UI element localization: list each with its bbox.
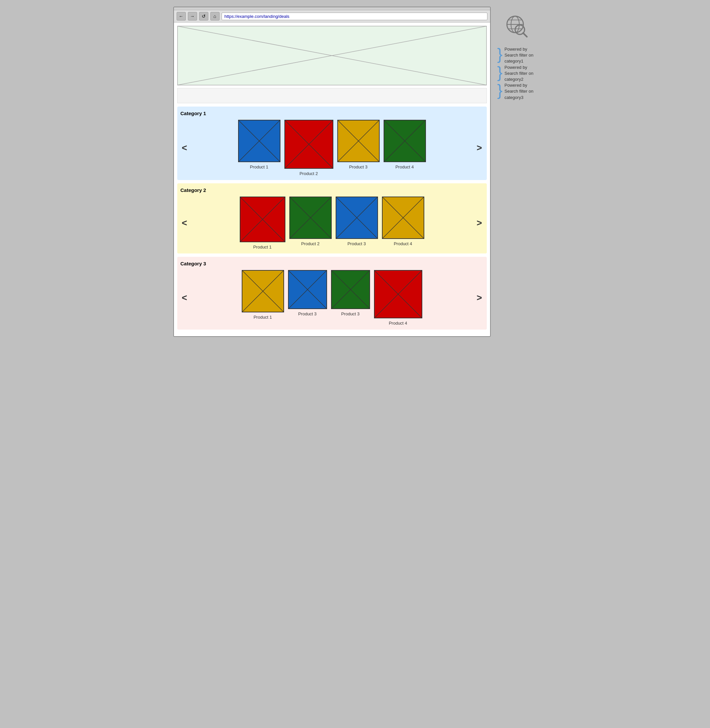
product-image-3-2 [288, 270, 327, 309]
refresh-button[interactable]: ↺ [199, 12, 208, 21]
annotation-block-3: }Powered by Search filter on category3 [497, 82, 537, 101]
category-section-1: Category 1<Product 1Product 2Product 3Pr… [177, 107, 487, 180]
home-button[interactable]: ⌂ [210, 12, 220, 21]
product-image-svg [374, 270, 422, 319]
product-item-3-3[interactable]: Product 3 [331, 270, 370, 326]
product-item-3-4[interactable]: Product 4 [374, 270, 422, 326]
product-label-3-1: Product 1 [254, 315, 272, 320]
page-wrapper: ← → ↺ ⌂ Category 1<Product 1Prod [173, 7, 537, 337]
product-image-svg [239, 196, 286, 243]
annotation-block-1: }Powered by Search filter on category1 [497, 46, 537, 65]
annotation-text-3: Powered by Search filter on category3 [505, 82, 537, 101]
product-label-1-3: Product 3 [349, 165, 368, 169]
product-item-1-3[interactable]: Product 3 [337, 119, 380, 176]
product-label-2-4: Product 4 [394, 241, 412, 246]
category-row-1: <Product 1Product 2Product 3Product 4> [180, 119, 484, 176]
product-image-svg [284, 119, 334, 169]
product-label-1-1: Product 1 [250, 165, 268, 169]
description-box [177, 88, 487, 103]
product-image-3-1 [241, 270, 285, 313]
brace-icon-1: } [497, 46, 503, 62]
brace-icon-3: } [497, 82, 503, 98]
product-label-3-4: Product 4 [389, 321, 408, 326]
left-arrow-2[interactable]: < [180, 218, 188, 228]
hero-image [177, 26, 487, 85]
left-arrow-1[interactable]: < [180, 143, 188, 153]
products-container-3: Product 1Product 3Product 3Product 4 [191, 270, 472, 326]
sidebar: }Powered by Search filter on category1}P… [497, 7, 537, 101]
products-container-1: Product 1Product 2Product 3Product 4 [191, 119, 472, 176]
product-image-svg [331, 270, 370, 309]
svg-line-45 [523, 33, 527, 37]
categories-container: Category 1<Product 1Product 2Product 3Pr… [177, 107, 487, 329]
product-label-3-3: Product 3 [341, 311, 360, 316]
browser-window: ← → ↺ ⌂ Category 1<Product 1Prod [173, 7, 491, 337]
products-container-2: Product 1Product 2Product 3Product 4 [191, 196, 472, 250]
product-image-2-2 [289, 196, 332, 239]
browser-titlebar [174, 7, 490, 10]
left-arrow-3[interactable]: < [180, 293, 188, 303]
product-item-3-1[interactable]: Product 1 [241, 270, 285, 326]
product-image-3-3 [331, 270, 370, 309]
product-image-svg [335, 196, 378, 239]
brace-icon-2: } [497, 65, 503, 80]
right-arrow-3[interactable]: > [475, 293, 483, 303]
category-title-1: Category 1 [180, 110, 484, 116]
product-image-2-1 [239, 196, 286, 243]
product-item-2-4[interactable]: Product 4 [381, 196, 425, 250]
product-label-2-3: Product 3 [348, 241, 366, 246]
product-label-2-2: Product 2 [301, 241, 320, 246]
product-image-svg [337, 119, 380, 162]
category-row-2: <Product 1Product 2Product 3Product 4> [180, 196, 484, 250]
product-image-svg [289, 196, 332, 239]
product-image-svg [241, 270, 285, 313]
back-button[interactable]: ← [177, 12, 186, 21]
product-image-1-4 [383, 119, 426, 162]
annotations-container: }Powered by Search filter on category1}P… [497, 46, 537, 101]
right-arrow-1[interactable]: > [475, 143, 483, 153]
product-image-svg [383, 119, 426, 162]
right-arrow-2[interactable]: > [475, 218, 483, 228]
product-label-2-1: Product 1 [253, 244, 272, 250]
hero-image-svg [178, 26, 487, 85]
product-image-1-1 [238, 119, 281, 162]
product-image-1-3 [337, 119, 380, 162]
category-row-3: <Product 1Product 3Product 3Product 4> [180, 270, 484, 326]
product-item-2-2[interactable]: Product 2 [289, 196, 332, 250]
product-item-2-1[interactable]: Product 1 [239, 196, 286, 250]
product-image-2-4 [381, 196, 425, 239]
product-label-1-2: Product 2 [299, 171, 318, 176]
browser-toolbar: ← → ↺ ⌂ [174, 10, 490, 22]
product-image-svg [238, 119, 281, 162]
category-section-2: Category 2<Product 1Product 2Product 3Pr… [177, 183, 487, 253]
product-image-2-3 [335, 196, 378, 239]
product-label-1-4: Product 4 [396, 165, 414, 169]
annotation-block-2: }Powered by Search filter on category2 [497, 65, 537, 83]
forward-button[interactable]: → [188, 12, 197, 21]
product-image-1-2 [284, 119, 334, 169]
browser-content: Category 1<Product 1Product 2Product 3Pr… [174, 22, 490, 336]
product-image-3-4 [374, 270, 422, 319]
product-image-svg [288, 270, 327, 309]
category-title-3: Category 3 [180, 261, 484, 266]
product-image-svg [381, 196, 425, 239]
product-item-1-2[interactable]: Product 2 [284, 119, 334, 176]
product-label-3-2: Product 3 [298, 311, 317, 316]
product-item-1-4[interactable]: Product 4 [383, 119, 426, 176]
annotation-text-1: Powered by Search filter on category1 [505, 46, 537, 65]
category-title-2: Category 2 [180, 187, 484, 193]
product-item-3-2[interactable]: Product 3 [288, 270, 327, 326]
category-section-3: Category 3<Product 1Product 3Product 3Pr… [177, 257, 487, 329]
product-item-1-1[interactable]: Product 1 [238, 119, 281, 176]
url-bar[interactable] [222, 13, 487, 20]
globe-search-icon [504, 13, 530, 40]
annotation-text-2: Powered by Search filter on category2 [505, 65, 537, 83]
product-item-2-3[interactable]: Product 3 [335, 196, 378, 250]
